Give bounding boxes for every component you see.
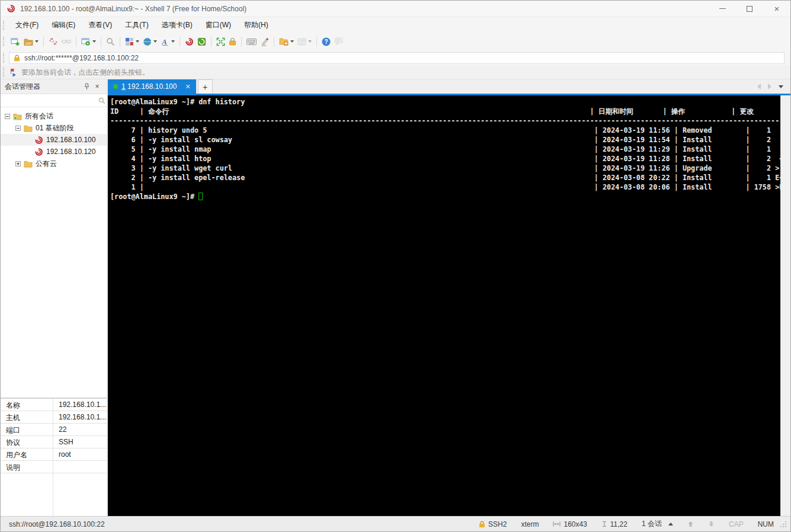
terminal-line: 2 | -y install epel-release | 2024-03-08… <box>110 173 780 182</box>
tab-close-icon[interactable]: ✕ <box>185 83 190 91</box>
fullscreen-button[interactable] <box>214 35 227 48</box>
compose-layout-dropdown-icon[interactable] <box>136 40 139 43</box>
session-count[interactable]: 1 会话 <box>642 519 673 529</box>
font-dropdown-icon[interactable] <box>171 40 175 43</box>
session-properties-dropdown-icon[interactable] <box>92 40 96 43</box>
menu-view[interactable]: 查看(V) <box>82 17 119 33</box>
scroll-up[interactable] <box>687 521 694 527</box>
compose-layout-button[interactable] <box>123 35 141 48</box>
cursor-position[interactable]: 11,22 <box>601 520 627 528</box>
terminal-screen[interactable]: [root@AlmaLinux9 ~]# dnf historyID | 命令行… <box>108 95 780 516</box>
toolbar-separator <box>120 37 120 47</box>
minimize-icon <box>719 8 726 9</box>
session-properties-button[interactable] <box>79 35 98 48</box>
tree-item-session-192-168-10-120[interactable]: 192.168.10.120 <box>1 146 107 158</box>
terminal-scrollbar[interactable] <box>780 95 790 516</box>
session-manager-title: 会话管理器 <box>5 82 81 92</box>
property-value-empty <box>53 473 107 516</box>
ssh-version[interactable]: SSH2 <box>479 520 507 528</box>
menu-file[interactable]: 文件(F) <box>9 17 45 33</box>
tree-item-all-sessions[interactable]: 所有会话 <box>1 110 107 122</box>
menu-window[interactable]: 窗口(W) <box>199 17 238 33</box>
close-panel-button[interactable]: × <box>92 81 103 92</box>
property-value <box>53 461 107 473</box>
property-row: 端口22 <box>1 424 107 436</box>
menu-help[interactable]: 帮助(H) <box>238 17 275 33</box>
addressbar-grip[interactable] <box>3 53 5 63</box>
session-search-input[interactable] <box>4 96 98 105</box>
close-icon: × <box>774 4 780 13</box>
layout-icon <box>125 37 134 46</box>
menu-tab[interactable]: 选项卡(B) <box>155 17 199 33</box>
caps-indicator[interactable]: CAP <box>729 520 744 528</box>
pin-panel-button[interactable] <box>81 81 92 92</box>
web-tools-button[interactable] <box>141 35 159 48</box>
xshell-icon <box>34 148 43 156</box>
tree-item-folder-public-cloud[interactable]: 公有云 <box>1 158 107 169</box>
property-label: 说明 <box>1 461 53 473</box>
toolbar-separator <box>211 37 212 47</box>
virtual-keyboard-button[interactable] <box>245 35 258 48</box>
toolbar-separator <box>180 37 180 47</box>
new-tab-button[interactable]: + <box>198 79 213 94</box>
lock-screen-button[interactable] <box>227 35 238 48</box>
menubar-grip[interactable] <box>3 21 5 30</box>
tab-session-active[interactable]: 1 192.168.10.100 ✕ <box>108 79 196 94</box>
terminal-type[interactable]: xterm <box>521 520 539 528</box>
scroll-down[interactable] <box>708 521 715 527</box>
new-session-button[interactable] <box>9 35 22 48</box>
xftp-button[interactable] <box>196 35 208 48</box>
collapse-icon[interactable] <box>5 114 10 119</box>
tab-list-dropdown-icon[interactable] <box>779 85 783 88</box>
infobar-grip[interactable] <box>3 68 5 77</box>
terminal-size[interactable]: 160x43 <box>553 520 587 528</box>
xshell-button[interactable] <box>183 35 196 48</box>
lock-icon <box>479 521 485 528</box>
address-url: ssh://root:******@192.168.10.100:22 <box>24 54 139 62</box>
tab-scroll-right-icon[interactable] <box>768 84 771 89</box>
maximize-button[interactable] <box>736 1 763 17</box>
resize-grip[interactable] <box>780 521 787 528</box>
num-indicator[interactable]: NUM <box>758 520 774 528</box>
titlebar[interactable]: 192.168.10.100 - root@AlmaLinux9:~ - Xsh… <box>1 1 790 17</box>
help-button[interactable]: ? <box>320 35 332 48</box>
font-button[interactable]: A <box>159 35 177 48</box>
tab-scroll-left-icon[interactable] <box>757 84 761 89</box>
new-folder-button[interactable] <box>277 35 296 48</box>
minimize-button[interactable] <box>709 1 736 17</box>
tree-item-label: 01 基础阶段 <box>36 123 74 133</box>
collapse-icon[interactable] <box>15 126 21 131</box>
terminal-line: 3 | -y install wget curl | 2024-03-19 11… <box>110 164 780 173</box>
position-icon <box>601 521 607 527</box>
open-session-button[interactable] <box>22 35 40 48</box>
toolbar-separator <box>241 37 242 47</box>
tree-item-session-192-168-10-100[interactable]: 192.168.10.100 <box>1 134 107 146</box>
menu-edit[interactable]: 编辑(E) <box>45 17 82 33</box>
disconnect-icon <box>49 37 58 46</box>
find-button[interactable] <box>104 35 117 48</box>
disconnect-button[interactable] <box>47 35 60 48</box>
reconnect-button <box>60 35 73 48</box>
tile-windows-dropdown-icon[interactable] <box>308 40 312 43</box>
terminal-prompt-line: [root@AlmaLinux9 ~]# <box>110 192 780 201</box>
toolbar-grip[interactable] <box>3 37 5 46</box>
expand-icon[interactable] <box>15 161 21 166</box>
address-field[interactable]: ssh://root:******@192.168.10.100:22 <box>9 52 784 64</box>
size-icon <box>553 521 561 527</box>
window-controls: × <box>709 1 790 17</box>
web-tools-dropdown-icon[interactable] <box>153 40 157 43</box>
session-count-caret-icon[interactable] <box>668 523 673 525</box>
xshell-icon <box>185 37 194 46</box>
menubar: 文件(F)编辑(E)查看(V)工具(T)选项卡(B)窗口(W)帮助(H) <box>1 17 790 33</box>
open-session-dropdown-icon[interactable] <box>35 40 39 43</box>
tab-label: 192.168.10.100 <box>127 82 177 91</box>
close-button[interactable]: × <box>763 1 790 17</box>
main-area: 会话管理器 × 所有会话01 基础阶段192.168.10.100192.168… <box>1 79 790 516</box>
tree-item-folder-01-basic[interactable]: 01 基础阶段 <box>1 122 107 134</box>
new-folder-dropdown-icon[interactable] <box>290 40 294 43</box>
terminal-size-label: 160x43 <box>563 520 587 528</box>
caps-indicator-label: CAP <box>729 520 744 528</box>
toolbar-separator <box>274 37 274 47</box>
highlighter-button[interactable] <box>258 35 271 48</box>
menu-tools[interactable]: 工具(T) <box>119 17 155 33</box>
